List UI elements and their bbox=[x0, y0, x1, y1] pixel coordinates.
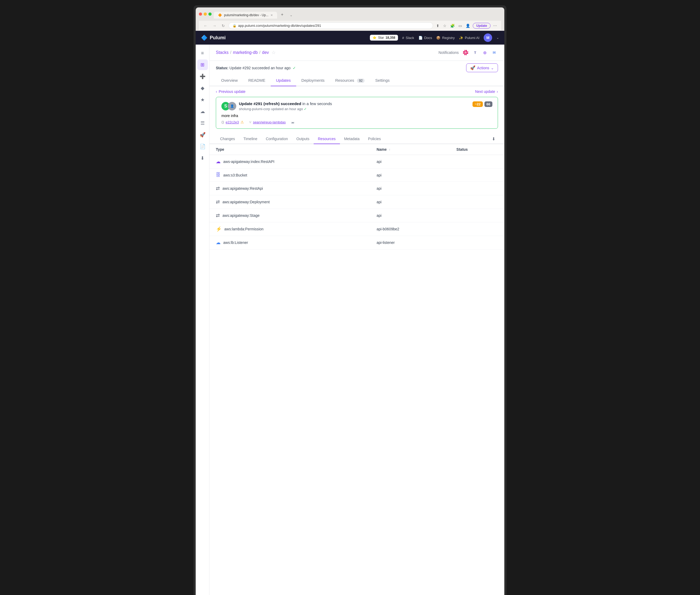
back-button[interactable]: ← bbox=[202, 23, 209, 28]
registry-link[interactable]: 📦 Registry bbox=[436, 36, 455, 40]
sidebar-item-layers[interactable]: ◆ bbox=[197, 83, 208, 93]
more-options-icon[interactable]: ⋯ bbox=[492, 23, 498, 28]
cloud-info: ☁ bbox=[291, 120, 294, 124]
breadcrumb: Stacks / marketing-db / dev ☆ bbox=[216, 50, 276, 55]
resource-name-cell: api-b0609be2 bbox=[370, 222, 450, 236]
stacks-link[interactable]: Stacks bbox=[216, 50, 229, 55]
table-row[interactable]: 🗄 aws:s3:Bucket api bbox=[210, 169, 504, 182]
extensions-icon[interactable]: 🧩 bbox=[449, 23, 456, 28]
close-dot[interactable] bbox=[199, 12, 202, 16]
sub-tab-changes[interactable]: Changes bbox=[216, 134, 239, 144]
sidebar-item-docs[interactable]: 📄 bbox=[197, 141, 208, 152]
tab-settings[interactable]: Settings bbox=[370, 75, 395, 86]
cloud-icon: ☁ bbox=[291, 120, 294, 124]
address-url: app.pulumi.com/pulumi/marketing-db/dev/u… bbox=[238, 24, 321, 28]
update-badge-yellow: ~22 bbox=[473, 102, 483, 107]
slack-notif-icon[interactable] bbox=[462, 49, 469, 56]
actions-chevron-icon: ⌄ bbox=[491, 66, 494, 70]
sub-tab-outputs[interactable]: Outputs bbox=[292, 134, 314, 144]
tab-resources[interactable]: Resources 92 bbox=[330, 75, 370, 86]
table-row[interactable]: ☁ aws:lb:Listener api-listener bbox=[210, 236, 504, 250]
resource-name-cell: api-listener bbox=[370, 236, 450, 250]
table-row[interactable]: ⇄ aws:apigateway:Stage api bbox=[210, 209, 504, 222]
update-nav: ‹ Previous update Next update › bbox=[210, 86, 504, 97]
update-meta: more infra bbox=[221, 114, 492, 118]
branch-icon: ⑂ bbox=[249, 120, 251, 124]
table-row[interactable]: ⇄ aws:apigateway:RestApi api bbox=[210, 182, 504, 195]
docs-link[interactable]: 📄 Docs bbox=[418, 36, 432, 40]
resource-type-text: aws:apigateway:Stage bbox=[222, 214, 260, 218]
pulumi-icon: 🔷 bbox=[201, 34, 208, 41]
status-bar: Status: Update #292 succeeded an hour ag… bbox=[210, 61, 504, 75]
sidebar-item-favorites[interactable]: ★ bbox=[197, 94, 208, 105]
tab-chevron[interactable]: ⌄ bbox=[287, 12, 295, 19]
table-row[interactable]: ⇄ aws:apigateway:Deployment api bbox=[210, 195, 504, 209]
breadcrumb-sep-1: / bbox=[230, 50, 231, 55]
refresh-button[interactable]: ↻ bbox=[220, 23, 226, 28]
resource-type-text: aws:s3:Bucket bbox=[223, 173, 247, 177]
share-icon[interactable]: ⬆ bbox=[435, 23, 440, 28]
webhook-notif-icon[interactable]: ⊛ bbox=[481, 49, 488, 56]
update-title: Update #291 (refresh) succeeded in a few… bbox=[239, 102, 332, 106]
active-browser-tab[interactable]: 🔶 pulumi/marketing-db/dev - Up... ✕ bbox=[214, 12, 277, 19]
sidebar-item-cloud[interactable]: ☁ bbox=[197, 106, 208, 117]
tab-readme[interactable]: README bbox=[243, 75, 271, 86]
branch-link[interactable]: dev bbox=[262, 50, 269, 55]
update-button[interactable]: Update bbox=[473, 23, 490, 29]
github-star-button[interactable]: ⭐ Star 18,358 bbox=[370, 35, 398, 40]
close-tab-button[interactable]: ✕ bbox=[270, 13, 273, 17]
resource-type-text: aws:apigateway:Deployment bbox=[222, 200, 270, 204]
email-notif-icon[interactable]: ✉ bbox=[490, 49, 498, 56]
next-chevron-icon: › bbox=[497, 89, 498, 94]
prev-update-button[interactable]: ‹ Previous update bbox=[216, 89, 246, 94]
sidebar-item-dashboard[interactable]: ⊞ bbox=[197, 59, 208, 70]
resource-status-cell bbox=[450, 222, 504, 236]
bookmark-icon[interactable]: ☆ bbox=[442, 23, 448, 28]
favorite-star-icon[interactable]: ☆ bbox=[272, 50, 276, 55]
actions-button[interactable]: 🚀 Actions ⌄ bbox=[466, 63, 498, 72]
user-avatar[interactable]: M bbox=[484, 33, 492, 42]
sidebar-item-download[interactable]: ⬇ bbox=[197, 153, 208, 164]
download-button[interactable]: ⬇ bbox=[489, 135, 498, 143]
new-tab-button[interactable]: + bbox=[278, 10, 286, 19]
resource-type-text: aws:lambda:Permission bbox=[224, 227, 264, 231]
tab-overview[interactable]: Overview bbox=[216, 75, 243, 86]
github-icon: ⭐ bbox=[372, 36, 376, 39]
tab-deployments[interactable]: Deployments bbox=[296, 75, 330, 86]
table-row[interactable]: ☁ aws-apigateway:index:RestAPI api bbox=[210, 155, 504, 169]
nav-chevron-icon[interactable]: ⌄ bbox=[496, 36, 499, 39]
maximize-dot[interactable] bbox=[208, 12, 212, 16]
table-row[interactable]: ⚡ aws:lambda:Permission api-b0609be2 bbox=[210, 222, 504, 236]
resource-type-text: aws:lb:Listener bbox=[223, 240, 248, 245]
sidebar-item-deploy[interactable]: 🚀 bbox=[197, 130, 208, 140]
update-badge-gray: 66 bbox=[484, 102, 492, 107]
sub-tab-timeline[interactable]: Timeline bbox=[239, 134, 262, 144]
tab-updates[interactable]: Updates bbox=[271, 75, 296, 86]
resource-status-cell bbox=[450, 209, 504, 222]
sub-tab-metadata[interactable]: Metadata bbox=[340, 134, 364, 144]
slack-link[interactable]: # Slack bbox=[402, 36, 414, 40]
project-link[interactable]: marketing-db bbox=[233, 50, 257, 55]
rocket-icon: 🚀 bbox=[470, 65, 476, 70]
next-update-button[interactable]: Next update › bbox=[475, 89, 498, 94]
branch-info: ⑂ sean/wireup-lambdas bbox=[249, 120, 286, 124]
minimize-dot[interactable] bbox=[204, 12, 207, 16]
tab-title: pulumi/marketing-db/dev - Up... bbox=[224, 13, 268, 17]
ai-link[interactable]: ✨ Pulumi AI bbox=[459, 36, 479, 40]
forward-button[interactable]: → bbox=[211, 23, 218, 28]
sidebar-item-list[interactable]: ☰ bbox=[197, 118, 208, 129]
commit-link[interactable]: e22c2e3 bbox=[226, 120, 239, 124]
sidebar-item-menu[interactable]: ≡ bbox=[197, 48, 208, 58]
resource-type-icon: ⇄ bbox=[216, 213, 220, 219]
branch-link[interactable]: sean/wireup-lambdas bbox=[253, 120, 286, 124]
sub-tab-configuration[interactable]: Configuration bbox=[262, 134, 292, 144]
sub-tab-resources[interactable]: Resources bbox=[314, 134, 340, 144]
teams-notif-icon[interactable]: T bbox=[471, 49, 479, 56]
registry-icon: 📦 bbox=[436, 36, 440, 40]
sidebar-browser-icon[interactable]: ▭ bbox=[457, 23, 463, 28]
sidebar-item-add[interactable]: ➕ bbox=[197, 71, 208, 82]
sub-tabs: Changes Timeline Configuration Outputs R… bbox=[210, 134, 504, 144]
sub-tab-policies[interactable]: Policies bbox=[364, 134, 385, 144]
sort-icon[interactable]: ↑ bbox=[389, 148, 390, 151]
profile-icon[interactable]: 👤 bbox=[464, 23, 471, 28]
